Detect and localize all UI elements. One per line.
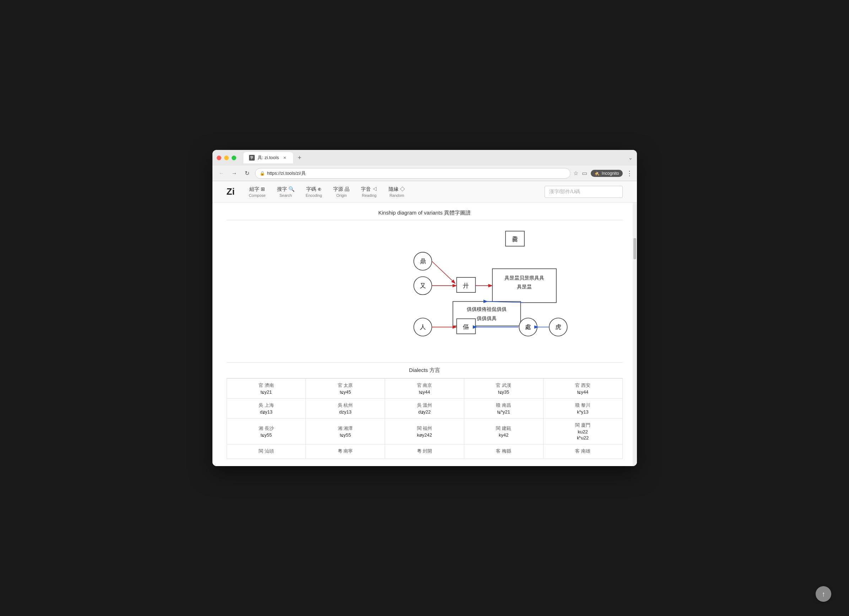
minimize-button[interactable] (224, 156, 229, 160)
incognito-badge: 🕵 Incognito (591, 170, 623, 177)
nav-compose[interactable]: 組字 ⊞ Compose (249, 186, 266, 197)
dialect-name: 粵 封開 (417, 448, 432, 453)
nav-search[interactable]: 搜字 🔍 Search (277, 186, 295, 197)
address-bar: ← → ↻ 🔒 https://zi.tools/zi/具 ☆ ▭ 🕵 Inco… (212, 166, 637, 181)
dialect-phonetic: ku22 (546, 429, 620, 434)
dialect-name: 贛 南昌 (496, 403, 511, 408)
nav-random-zh: 隨緣 ◇ (389, 186, 405, 192)
node-chu-text: 處 (525, 324, 531, 330)
dialect-phonetic: tɕy45 (309, 389, 382, 395)
dialect-cell: 贛 南昌 tɕʰy21 (464, 398, 543, 419)
dialects-title: Dialects 方言 (226, 362, 623, 378)
incognito-label: Incognito (602, 171, 619, 176)
maximize-button[interactable] (232, 156, 236, 160)
url-text: https://zi.tools/zi/具 (267, 170, 566, 176)
dialect-cell: 粵 封開 (385, 444, 464, 459)
site-logo[interactable]: Zi (226, 186, 235, 197)
nav-random-en: Random (389, 193, 404, 197)
dialect-name: 官 南京 (417, 383, 432, 388)
expand-icon[interactable]: ⌄ (629, 155, 633, 161)
dialect-cell: 粵 南寧 (306, 444, 385, 459)
node-top-text: 爨 (512, 236, 518, 243)
svg-line-0 (432, 261, 455, 283)
dialect-phonetic: tɕy35 (467, 389, 540, 395)
browser-window: 字 具: zi.tools ✕ + ⌄ ← → ↻ 🔒 https://zi.t… (212, 150, 637, 466)
nav-search-en: Search (280, 193, 292, 197)
dialect-cell: 官 南京 tɕy44 (385, 379, 464, 398)
nav-compose-zh: 組字 ⊞ (249, 186, 265, 192)
more-options-icon[interactable]: ⋮ (626, 170, 633, 177)
dialect-cell: 客 南雄 (543, 444, 623, 459)
tab-bar: 字 具: zi.tools ✕ + (243, 152, 633, 163)
node-main-text1: 具昰昷贝昰県具具 (505, 275, 544, 280)
forward-button[interactable]: → (229, 169, 240, 178)
dialect-phonetic: tɕy44 (546, 389, 620, 395)
dialect-cell: 官 武漢 tɕy35 (464, 379, 543, 398)
bookmark-icon[interactable]: ☆ (573, 170, 578, 176)
back-button[interactable]: ← (217, 169, 226, 178)
dialect-cell: 客 梅縣 (464, 444, 543, 459)
scroll-thumb[interactable] (633, 238, 636, 260)
dialect-row: 吳 上海 dʑy13 吳 杭州 dzy13 吳 溫州 dʑy22 贛 南昌 (226, 398, 623, 419)
nav-origin[interactable]: 字源 品 Origin (333, 186, 350, 197)
dialect-name: 閩 廈門 (575, 422, 590, 428)
new-tab-button[interactable]: + (295, 153, 304, 163)
dialect-phonetic: dʑy13 (230, 409, 303, 415)
incognito-icon: 🕵 (594, 171, 600, 176)
nav-reading-zh: 字音 ◁ (361, 186, 377, 192)
main-content: Kinship diagram of variants 異體字圖譜 (212, 203, 637, 466)
dialect-cell: 官 西安 tɕy44 (543, 379, 623, 398)
node-group-text2: 俱俱俱具 (477, 316, 497, 321)
address-bar-actions: ☆ ▭ 🕵 Incognito ⋮ (573, 170, 633, 177)
url-bar[interactable]: 🔒 https://zi.tools/zi/具 (255, 168, 570, 179)
dialect-cell: 吳 溫州 dʑy22 (385, 398, 464, 419)
reload-button[interactable]: ↻ (242, 169, 252, 178)
nav-reading[interactable]: 字音 ◁ Reading (361, 186, 377, 197)
nav-compose-en: Compose (249, 193, 266, 197)
node-group-text1: 俱俱積侑祖侃俱俱 (467, 307, 506, 312)
dialect-phonetic: tɕy55 (230, 433, 303, 438)
dialect-phonetic-2: kʰu22 (546, 435, 620, 440)
dialect-cell: 吳 杭州 dzy13 (306, 398, 385, 419)
close-button[interactable] (217, 156, 221, 160)
dialect-phonetic: kʰy13 (546, 409, 620, 415)
dialect-name: 吳 上海 (259, 403, 274, 408)
dialect-name: 粵 南寧 (338, 448, 353, 453)
dialect-phonetic: køy242 (388, 433, 461, 438)
dialect-cell: 閩 廈門 ku22 kʰu22 (543, 419, 623, 444)
dialect-cell: 贛 黎川 kʰy13 (543, 398, 623, 419)
nav-encoding[interactable]: 字碼 ⊕ Encoding (306, 186, 322, 197)
dialect-cell: 閩 建甌 ky42 (464, 419, 543, 444)
tab-title: 具: zi.tools (258, 155, 279, 161)
title-bar-right: ⌄ (629, 155, 633, 161)
nav-encoding-en: Encoding (306, 193, 322, 197)
dialect-name: 閩 建甌 (496, 426, 511, 431)
dialect-name: 官 太原 (338, 383, 353, 388)
dialects-table: 官 濟南 tɕy21 官 太原 tɕy45 官 南京 tɕy44 官 武漢 (226, 378, 623, 459)
dialect-name: 官 西安 (575, 383, 590, 388)
node-you-text: 又 (420, 282, 426, 289)
dialect-cell: 官 濟南 tɕy21 (226, 379, 306, 398)
active-tab[interactable]: 字 具: zi.tools ✕ (243, 152, 293, 163)
dialect-name: 閩 汕頭 (259, 448, 274, 453)
scrollbar[interactable] (633, 203, 637, 466)
search-placeholder: 漢字/部件/U碼 (549, 189, 581, 195)
nav-random[interactable]: 隨緣 ◇ Random (389, 186, 405, 197)
dialect-name: 閩 福州 (417, 426, 432, 431)
search-box[interactable]: 漢字/部件/U碼 (545, 186, 623, 198)
node-center-text: 廾 (463, 282, 469, 289)
node-bottom-text: 傴 (463, 324, 469, 330)
dialect-cell: 吳 上海 dʑy13 (226, 398, 306, 419)
kinship-title: Kinship diagram of variants 異體字圖譜 (226, 210, 623, 220)
tab-close-button[interactable]: ✕ (282, 155, 287, 161)
dialect-name: 官 濟南 (259, 383, 274, 388)
reader-mode-icon[interactable]: ▭ (582, 170, 587, 176)
dialect-cell: 閩 福州 køy242 (385, 419, 464, 444)
dialect-phonetic: tɕy21 (230, 389, 303, 395)
dialect-cell: 湘 長沙 tɕy55 (226, 419, 306, 444)
dialect-row: 官 濟南 tɕy21 官 太原 tɕy45 官 南京 tɕy44 官 武漢 (226, 379, 623, 398)
dialect-phonetic: tɕy55 (309, 433, 382, 438)
nav-origin-zh: 字源 品 (333, 186, 350, 192)
dialect-name: 贛 黎川 (575, 403, 590, 408)
nav-encoding-zh: 字碼 ⊕ (306, 186, 322, 192)
